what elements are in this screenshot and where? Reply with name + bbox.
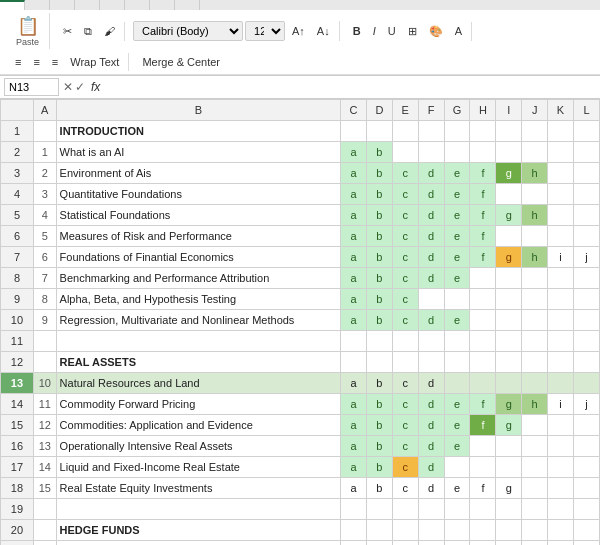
cell-b[interactable]: Commodity Forward Pricing bbox=[56, 394, 341, 415]
cell-d[interactable]: b bbox=[366, 436, 392, 457]
fill-color-button[interactable]: 🎨 bbox=[424, 22, 448, 41]
cell-f[interactable]: d bbox=[418, 457, 444, 478]
cell-e[interactable] bbox=[392, 499, 418, 520]
cell-c[interactable]: a bbox=[341, 205, 367, 226]
cell-h[interactable] bbox=[470, 352, 496, 373]
underline-button[interactable]: U bbox=[383, 22, 401, 40]
merge-center-button[interactable]: Merge & Center bbox=[137, 53, 225, 71]
cell-e[interactable]: c bbox=[392, 373, 418, 394]
cell-i[interactable]: g bbox=[496, 247, 522, 268]
cell-l[interactable]: j bbox=[573, 247, 599, 268]
cell-c[interactable]: a bbox=[341, 310, 367, 331]
cell-g[interactable] bbox=[444, 331, 470, 352]
cell-l[interactable] bbox=[573, 541, 599, 546]
cell-a[interactable]: 15 bbox=[33, 478, 56, 499]
col-header-a[interactable]: A bbox=[33, 100, 56, 121]
cell-l[interactable] bbox=[573, 457, 599, 478]
cell-d[interactable]: b bbox=[366, 415, 392, 436]
cell-c[interactable]: a bbox=[341, 163, 367, 184]
cell-b[interactable] bbox=[56, 499, 341, 520]
tab-insert[interactable] bbox=[25, 0, 50, 10]
cell-d[interactable]: b bbox=[366, 205, 392, 226]
cell-e[interactable] bbox=[392, 352, 418, 373]
cell-e[interactable] bbox=[392, 142, 418, 163]
cell-c[interactable]: a bbox=[341, 247, 367, 268]
cell-j[interactable] bbox=[522, 121, 548, 142]
cell-k[interactable] bbox=[548, 184, 574, 205]
cell-k[interactable] bbox=[548, 268, 574, 289]
cell-f[interactable] bbox=[418, 331, 444, 352]
cell-a[interactable]: 2 bbox=[33, 163, 56, 184]
col-header-l[interactable]: L bbox=[573, 100, 599, 121]
cell-j[interactable] bbox=[522, 457, 548, 478]
row-header[interactable]: 13 bbox=[1, 373, 34, 394]
cell-g[interactable]: e bbox=[444, 268, 470, 289]
cell-a[interactable]: 7 bbox=[33, 268, 56, 289]
cell-j[interactable]: h bbox=[522, 163, 548, 184]
row-header[interactable]: 18 bbox=[1, 478, 34, 499]
cell-h[interactable] bbox=[470, 331, 496, 352]
cell-k[interactable] bbox=[548, 205, 574, 226]
cell-a[interactable]: 4 bbox=[33, 205, 56, 226]
tab-formulas[interactable] bbox=[75, 0, 100, 10]
row-header[interactable]: 9 bbox=[1, 289, 34, 310]
cell-a[interactable]: 6 bbox=[33, 247, 56, 268]
cell-g[interactable]: e bbox=[444, 163, 470, 184]
tab-data[interactable] bbox=[100, 0, 125, 10]
cell-j[interactable] bbox=[522, 289, 548, 310]
cell-a[interactable] bbox=[33, 499, 56, 520]
cell-l[interactable] bbox=[573, 310, 599, 331]
cell-a[interactable]: 13 bbox=[33, 436, 56, 457]
cell-k[interactable] bbox=[548, 499, 574, 520]
cell-h[interactable] bbox=[470, 289, 496, 310]
row-header[interactable]: 20 bbox=[1, 520, 34, 541]
cell-l[interactable] bbox=[573, 142, 599, 163]
cell-k[interactable] bbox=[548, 436, 574, 457]
border-button[interactable]: ⊞ bbox=[403, 22, 422, 41]
cell-j[interactable] bbox=[522, 184, 548, 205]
cell-c[interactable]: a bbox=[341, 394, 367, 415]
cell-l[interactable] bbox=[573, 205, 599, 226]
cell-e[interactable] bbox=[392, 541, 418, 546]
cell-b[interactable]: Quantitative Foundations bbox=[56, 184, 341, 205]
row-header[interactable]: 10 bbox=[1, 310, 34, 331]
cell-g[interactable]: e bbox=[444, 226, 470, 247]
cell-d[interactable]: b bbox=[366, 394, 392, 415]
cell-j[interactable] bbox=[522, 142, 548, 163]
cell-l[interactable] bbox=[573, 415, 599, 436]
cell-d[interactable] bbox=[366, 121, 392, 142]
row-header[interactable]: 8 bbox=[1, 268, 34, 289]
row-header[interactable]: 6 bbox=[1, 226, 34, 247]
cell-i[interactable] bbox=[496, 373, 522, 394]
cell-b[interactable]: Statistical Foundations bbox=[56, 205, 341, 226]
cell-d[interactable] bbox=[366, 331, 392, 352]
cell-i[interactable] bbox=[496, 289, 522, 310]
cell-b[interactable]: Alpha, Beta, and Hypothesis Testing bbox=[56, 289, 341, 310]
cell-l[interactable] bbox=[573, 163, 599, 184]
col-header-i[interactable]: I bbox=[496, 100, 522, 121]
cell-l[interactable] bbox=[573, 436, 599, 457]
paste-button[interactable]: 📋 Paste bbox=[10, 13, 45, 49]
cell-k[interactable] bbox=[548, 310, 574, 331]
cell-l[interactable] bbox=[573, 499, 599, 520]
cell-f[interactable]: d bbox=[418, 436, 444, 457]
cell-c[interactable] bbox=[341, 121, 367, 142]
cell-d[interactable]: b bbox=[366, 310, 392, 331]
cell-f[interactable] bbox=[418, 499, 444, 520]
cell-f[interactable] bbox=[418, 289, 444, 310]
cell-k[interactable] bbox=[548, 163, 574, 184]
cell-i[interactable]: g bbox=[496, 205, 522, 226]
cell-k[interactable] bbox=[548, 373, 574, 394]
cell-e[interactable] bbox=[392, 331, 418, 352]
cell-e[interactable]: c bbox=[392, 247, 418, 268]
cell-g[interactable]: e bbox=[444, 184, 470, 205]
cell-c[interactable] bbox=[341, 352, 367, 373]
cell-g[interactable]: e bbox=[444, 205, 470, 226]
cell-c[interactable]: a bbox=[341, 415, 367, 436]
cell-a[interactable]: 1 bbox=[33, 142, 56, 163]
row-header[interactable]: 11 bbox=[1, 331, 34, 352]
cell-f[interactable]: d bbox=[418, 394, 444, 415]
cell-l[interactable] bbox=[573, 121, 599, 142]
cell-k[interactable] bbox=[548, 142, 574, 163]
cell-i[interactable] bbox=[496, 310, 522, 331]
